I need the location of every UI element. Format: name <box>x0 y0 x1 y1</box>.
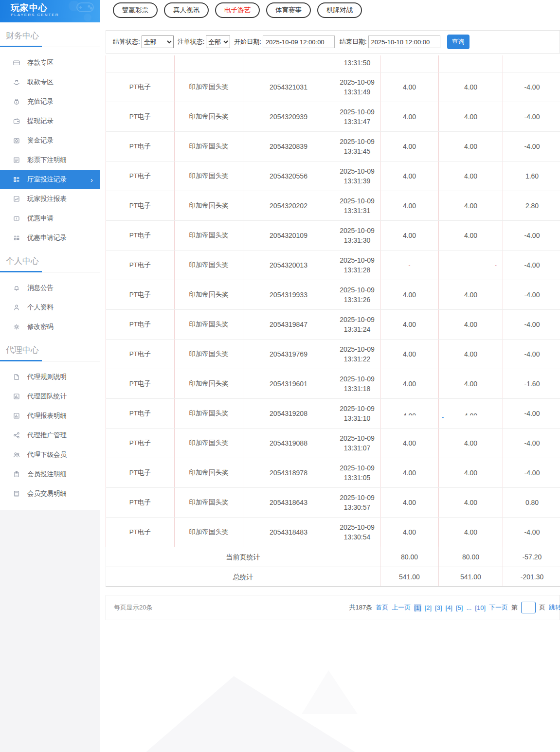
hand-icon <box>13 79 20 86</box>
table-cell: 印加帝国头奖 <box>175 72 243 102</box>
table-cell: PT电子 <box>106 221 175 250</box>
table-cell: PT电子 <box>106 399 175 428</box>
table-cell: PT电子 <box>106 191 175 220</box>
table-row: PT电子印加帝国头奖20543205562025-10-0913:31:394.… <box>106 161 560 191</box>
table-cell: 4.00 <box>380 340 439 369</box>
sidebar-item[interactable]: 会员交易明细 <box>0 484 100 503</box>
sidebar-item[interactable]: 充值记录 <box>0 92 100 111</box>
gear-icon <box>13 323 20 330</box>
sidebar-item[interactable]: 取款专区 <box>0 72 100 92</box>
sidebar-item[interactable]: 代理团队统计 <box>0 387 100 406</box>
sidebar-item-label: 取款专区 <box>27 78 54 87</box>
search-button[interactable]: 查询 <box>447 35 470 49</box>
page-link[interactable]: [4] <box>446 604 452 611</box>
sidebar-item[interactable]: 代理推广管理 <box>0 426 100 445</box>
jump-page-input[interactable] <box>521 602 536 613</box>
tab-item[interactable]: 体育赛事 <box>266 2 311 18</box>
table-cell: 2025-10-0913:31:49 <box>334 72 380 102</box>
watermark-triangle <box>302 670 358 714</box>
sidebar-item[interactable]: 优惠申请 <box>0 209 100 228</box>
sidebar-item[interactable]: 代理下级会员 <box>0 445 100 465</box>
table-cell: 2025-10-0913:31:28 <box>334 251 380 280</box>
next-page-link[interactable]: 下一页 <box>489 603 508 612</box>
table-cell <box>106 55 175 72</box>
start-date-label: 开始日期: <box>234 37 261 46</box>
table-cell: -4.00 <box>503 399 560 428</box>
table-cell: -4.00 <box>503 72 560 102</box>
tab-active[interactable]: 电子游艺 <box>215 2 260 18</box>
sidebar-item[interactable]: 厅室投注记录› <box>0 170 100 189</box>
sidebar-item[interactable]: 提现记录 <box>0 111 100 131</box>
table-cell: 4.00 <box>439 221 503 250</box>
sidebar-item-label: 玩家投注报表 <box>27 195 67 203</box>
sidebar-item[interactable]: 资金记录 <box>0 131 100 150</box>
table-cell: 4.00 <box>380 488 439 517</box>
table-cell: 2025-10-0913:31:45 <box>334 132 380 161</box>
per-page-label: 每页显示20条 <box>114 603 152 612</box>
settle-status-select[interactable]: 全部 <box>142 36 174 48</box>
jump-suffix-label: 页 <box>539 603 545 612</box>
table-row: PT电子印加帝国头奖20543199332025-10-0913:31:264.… <box>106 280 560 310</box>
sidebar-item[interactable]: 优惠申请记录 <box>0 228 100 248</box>
page-link[interactable]: [1] <box>414 604 421 611</box>
table-cell: 印加帝国头奖 <box>175 191 243 220</box>
sidebar-item[interactable]: 代理规则说明 <box>0 367 100 387</box>
page-link[interactable]: [3] <box>435 604 442 611</box>
page-link[interactable]: [2] <box>425 604 432 611</box>
table-cell: 4.00 <box>380 458 439 487</box>
prev-page-link[interactable]: 上一页 <box>392 603 411 612</box>
total-count: 共187条 <box>349 603 372 612</box>
tab-item[interactable]: 雙赢彩票 <box>113 2 158 18</box>
table-cell: PT电子 <box>106 161 175 191</box>
card-icon <box>13 59 20 66</box>
table-cell: -4.00 <box>503 132 560 161</box>
list-icon <box>13 157 20 163</box>
table-cell: 2025-10-0913:30:54 <box>334 518 380 547</box>
table-cell: 2054320939 <box>243 102 334 131</box>
first-page-link[interactable]: 首页 <box>376 603 388 612</box>
main-content: 雙赢彩票真人视讯电子游艺体育赛事棋牌对战 结算状态: 全部 注单状态: 全部 开… <box>106 0 560 620</box>
table-cell: PT电子 <box>106 340 175 369</box>
table-cell: -1.60 <box>503 369 560 398</box>
person-icon <box>13 304 20 311</box>
sidebar-item[interactable]: 消息公告 <box>0 278 100 298</box>
table-cell: -4.00 <box>503 221 560 250</box>
total-stats-valid: 541.00 <box>439 567 503 586</box>
table-cell: 4.00 <box>380 191 439 220</box>
sidebar-item[interactable]: 代理报表明细 <box>0 406 100 426</box>
table-row: PT电子印加帝国头奖20543190882025-10-0913:31:074.… <box>106 429 560 458</box>
page-link-last[interactable]: [10] <box>475 604 486 611</box>
table-cell: 4.00 <box>380 221 439 250</box>
table-cell: 印加帝国头奖 <box>175 132 243 161</box>
page-link[interactable]: [5] <box>456 604 463 611</box>
start-date-input[interactable] <box>263 36 335 48</box>
stats-icon <box>13 412 20 419</box>
sidebar-item[interactable]: 存款专区 <box>0 53 100 72</box>
table-cell <box>503 55 560 72</box>
sidebar-item[interactable]: 玩家投注报表 <box>0 189 100 209</box>
table-cell: 4.00 <box>380 310 439 339</box>
jump-button[interactable]: 跳转 <box>549 603 560 612</box>
sidebar-item-label: 提现记录 <box>27 117 54 125</box>
sidebar-item-label: 代理团队统计 <box>27 392 67 401</box>
sidebar-item[interactable]: 修改密码 <box>0 317 100 337</box>
table-cell: 2054319933 <box>243 280 334 309</box>
table-cell <box>380 55 439 72</box>
tab-item[interactable]: 棋牌对战 <box>317 2 362 18</box>
sidebar-item[interactable]: 个人资料 <box>0 298 100 317</box>
order-status-select[interactable]: 全部 <box>206 36 230 48</box>
sidebar-item[interactable]: 彩票下注明细 <box>0 150 100 170</box>
sidebar-item-label: 会员投注明细 <box>27 470 67 479</box>
section-divider <box>0 271 100 272</box>
table-cell: 0.80 <box>503 488 560 517</box>
table-cell: 2.80 <box>503 191 560 220</box>
sidebar-item-label: 厅室投注记录 <box>27 175 67 184</box>
table-cell: 2054320556 <box>243 161 334 191</box>
sidebar-item[interactable]: 会员投注明细 <box>0 465 100 484</box>
section-title: 代理中心 <box>0 337 100 360</box>
end-date-input[interactable] <box>368 36 440 48</box>
clipboard-icon <box>13 471 20 478</box>
tab-item[interactable]: 真人视讯 <box>164 2 209 18</box>
trade-icon <box>13 490 20 497</box>
table-cell: 2025-10-0913:31:47 <box>334 102 380 131</box>
